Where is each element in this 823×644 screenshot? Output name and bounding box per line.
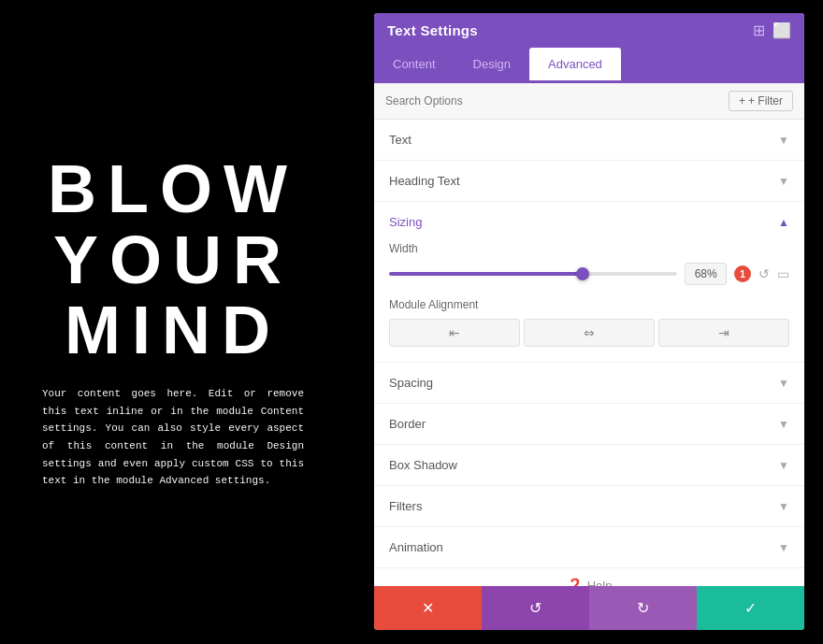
panel-header: Text Settings ⊞ ⬜ — [374, 13, 804, 48]
section-row-heading-text[interactable]: Heading Text ▼ — [374, 161, 804, 202]
tabs-bar: Content Design Advanced — [374, 48, 804, 83]
section-label-text: Text — [389, 133, 412, 147]
action-bar: ✕ ↺ ↻ ✓ — [374, 586, 804, 630]
redo-button[interactable]: ↻ — [589, 586, 697, 630]
alignment-options: ⇤ ⇔ ⇥ — [389, 319, 789, 347]
sizing-section: Sizing ▲ Width 68% 1 ↺ ▭ Module Alignmen… — [374, 202, 804, 363]
section-row-box-shadow[interactable]: Box Shadow ▼ — [374, 445, 804, 486]
chevron-heading-text: ▼ — [778, 175, 789, 188]
filter-button[interactable]: + + Filter — [729, 91, 793, 111]
panel-content[interactable]: Text ▼ Heading Text ▼ Sizing ▲ Width 68%… — [374, 120, 804, 586]
search-bar: + + Filter — [374, 83, 804, 120]
chevron-text: ▼ — [778, 134, 789, 147]
section-row-animation[interactable]: Animation ▼ — [374, 527, 804, 568]
device-icon[interactable]: ▭ — [777, 266, 789, 281]
help-label: Help — [587, 579, 613, 587]
chevron-filters: ▼ — [778, 500, 789, 513]
section-row-border[interactable]: Border ▼ — [374, 404, 804, 445]
chevron-spacing: ▼ — [778, 377, 789, 390]
section-label-sizing: Sizing — [389, 215, 422, 229]
section-row-filters[interactable]: Filters ▼ — [374, 486, 804, 527]
tab-advanced[interactable]: Advanced — [529, 48, 621, 83]
undo-button[interactable]: ↺ — [482, 586, 589, 630]
panel-title: Text Settings — [387, 22, 478, 38]
hero-body: Your content goes here. Edit or remove t… — [42, 385, 304, 490]
hero-title: BLOW YOUR MIND — [28, 154, 318, 366]
grid-icon[interactable]: ⊞ — [753, 23, 765, 38]
left-content: BLOW YOUR MIND Your content goes here. E… — [0, 0, 346, 644]
section-label-filters: Filters — [389, 499, 422, 513]
help-icon: ❓ — [567, 578, 583, 586]
alignment-label: Module Alignment — [389, 298, 789, 311]
align-right[interactable]: ⇥ — [658, 319, 789, 347]
width-value[interactable]: 68% — [685, 263, 727, 285]
section-row-spacing[interactable]: Spacing ▼ — [374, 363, 804, 404]
align-center[interactable]: ⇔ — [524, 319, 655, 347]
save-button[interactable]: ✓ — [697, 586, 804, 630]
chevron-sizing: ▲ — [778, 216, 789, 229]
tab-design[interactable]: Design — [455, 48, 529, 83]
chevron-border: ▼ — [778, 418, 789, 431]
text-settings-panel: Text Settings ⊞ ⬜ Content Design Advance… — [374, 13, 804, 630]
align-right-icon: ⇥ — [718, 325, 729, 340]
tab-content[interactable]: Content — [374, 48, 455, 83]
align-center-icon: ⇔ — [584, 325, 595, 340]
chevron-box-shadow: ▼ — [778, 459, 789, 472]
align-left[interactable]: ⇤ — [389, 319, 520, 347]
section-label-spacing: Spacing — [389, 376, 433, 390]
help-bar[interactable]: ❓ Help — [374, 568, 804, 586]
chevron-animation: ▼ — [778, 541, 789, 554]
filter-label: + Filter — [748, 94, 783, 107]
width-label: Width — [389, 242, 789, 255]
width-badge: 1 — [734, 265, 751, 282]
section-row-text[interactable]: Text ▼ — [374, 120, 804, 161]
sizing-body: Width 68% 1 ↺ ▭ Module Alignment ⇤ ⇔ — [374, 238, 804, 362]
search-input[interactable] — [385, 94, 572, 107]
section-label-box-shadow: Box Shadow — [389, 458, 457, 472]
section-label-border: Border — [389, 417, 426, 431]
section-label-heading-text: Heading Text — [389, 174, 460, 188]
width-slider[interactable] — [389, 272, 677, 276]
filter-plus-icon: + — [739, 94, 745, 107]
section-label-animation: Animation — [389, 540, 443, 554]
sizing-header[interactable]: Sizing ▲ — [374, 202, 804, 238]
reset-icon[interactable]: ↺ — [758, 266, 770, 281]
close-icon[interactable]: ⬜ — [772, 23, 791, 38]
align-left-icon: ⇤ — [449, 325, 460, 340]
panel-header-icons: ⊞ ⬜ — [753, 23, 791, 38]
cancel-button[interactable]: ✕ — [374, 586, 482, 630]
width-row: 68% 1 ↺ ▭ — [389, 263, 789, 285]
